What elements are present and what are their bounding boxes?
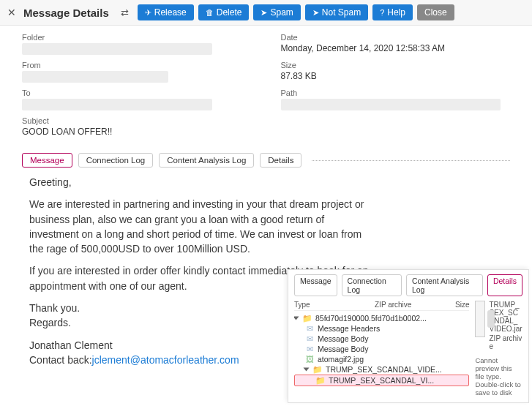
tree-header: Type ZIP archive Size — [294, 301, 469, 311]
dialog-title: Message Details — [23, 7, 109, 19]
close-button[interactable]: Close — [417, 4, 454, 20]
from-value — [22, 71, 168, 83]
tree-item-body2[interactable]: ✉Message Body — [294, 344, 469, 354]
help-button[interactable]: ?Help — [372, 4, 413, 20]
size-label: Size — [281, 61, 511, 69]
folder-label: Folder — [22, 33, 252, 42]
tree-item-zip2-selected[interactable]: 📁TRUMP_SEX_SCANDAL_VI... — [294, 375, 469, 386]
preview-pane: TRUMP_SEX_SCANDAL_VIDEO.jar ZIP archive … — [475, 301, 522, 396]
tree-body2-label: Message Body — [318, 345, 368, 353]
not-spam-label: Not Spam — [322, 7, 361, 18]
chevron-right-icon: ➤ — [312, 8, 319, 18]
meta-block: Folder Date Monday, December 14, 2020 12… — [0, 26, 532, 149]
col-size: Size — [455, 301, 469, 309]
spam-button[interactable]: ➤Spam — [253, 4, 300, 20]
preview-note1: Cannot preview this file type. — [475, 356, 522, 380]
preview-filetype: ZIP archive — [490, 334, 522, 350]
col-type: Type — [294, 301, 375, 309]
dotted-line — [312, 160, 510, 161]
signature-name: Jonathan Clement — [29, 339, 113, 351]
date-label: Date — [281, 33, 511, 42]
dialog-header: ✕ Message Details ⇄ ✈Release 🗑Delete ➤Sp… — [0, 0, 532, 26]
envelope-icon: ✉ — [304, 345, 315, 353]
contact-email-link[interactable]: jclement@atomacforleather.com — [92, 354, 239, 366]
delete-button[interactable]: 🗑Delete — [198, 4, 250, 20]
close-icon[interactable]: ✕ — [7, 7, 16, 18]
path-label: Path — [281, 89, 511, 97]
contact-prefix: Contact back: — [29, 354, 92, 366]
regards-text: Regards. — [29, 317, 71, 328]
tree-image-label: atomagif2.jpg — [318, 355, 364, 364]
chevron-down-icon — [304, 368, 310, 372]
release-button[interactable]: ✈Release — [138, 4, 194, 20]
tree-zip1-label: TRUMP_SEX_SCANDAL_VIDE... — [326, 365, 442, 374]
to-label: To — [22, 89, 252, 97]
tree-zip2-label: TRUMP_SEX_SCANDAL_VI... — [329, 376, 434, 385]
tree-headers-label: Message Headers — [318, 324, 380, 333]
subject-value: GOOD LOAN OFFER!! — [22, 127, 252, 138]
close-label: Close — [424, 7, 447, 18]
thanks-text: Thank you. — [29, 302, 80, 314]
details-tabs: Message Connection Log Content Analysis … — [294, 274, 522, 296]
spam-label: Spam — [270, 7, 293, 18]
swap-icon[interactable]: ⇄ — [121, 7, 129, 18]
tree-item-image[interactable]: 🖼atomagif2.jpg — [294, 354, 469, 364]
tree-item-headers[interactable]: ✉Message Headers — [294, 323, 469, 334]
tree-root[interactable]: 📁85fd70d190000.5fd70d1b0002... — [294, 313, 469, 323]
tree-root-label: 85fd70d190000.5fd70d1b0002... — [315, 314, 427, 323]
tab2-message[interactable]: Message — [294, 274, 337, 296]
col-zip: ZIP archive — [375, 301, 455, 309]
to-value — [22, 99, 212, 110]
image-icon: 🖼 — [304, 355, 315, 364]
help-icon: ? — [380, 8, 384, 17]
folder-icon: 📁 — [302, 314, 312, 323]
chevron-down-icon — [294, 317, 299, 320]
main-tabs: Message Connection Log Content Analysis … — [0, 149, 532, 168]
zip-icon: 📁 — [312, 365, 323, 374]
tab-details[interactable]: Details — [260, 153, 301, 168]
tab-message[interactable]: Message — [22, 153, 72, 168]
chevron-right-icon: ➤ — [261, 8, 267, 18]
tab-connection-log[interactable]: Connection Log — [78, 153, 154, 168]
path-value — [281, 99, 501, 110]
tree-item-zip1[interactable]: 📁TRUMP_SEX_SCANDAL_VIDE... — [294, 364, 469, 375]
from-label: From — [22, 61, 252, 69]
subject-label: Subject — [22, 116, 252, 125]
envelope-icon: ✉ — [304, 334, 315, 343]
greeting: Greeting, — [29, 175, 373, 189]
preview-note2: Double-click to save to disk — [475, 380, 522, 396]
size-value: 87.83 KB — [281, 71, 511, 83]
envelope-icon: ✉ — [304, 324, 315, 333]
date-value: Monday, December 14, 2020 12:58:33 AM — [281, 43, 511, 55]
trash-icon: 🗑 — [206, 8, 214, 17]
preview-thumb — [475, 301, 484, 337]
zip-icon: 📁 — [315, 376, 326, 385]
tab2-connection-log[interactable]: Connection Log — [342, 274, 402, 296]
tree-item-body1[interactable]: ✉Message Body — [294, 334, 469, 344]
details-overlay: Message Connection Log Content Analysis … — [288, 269, 529, 403]
tree-body1-label: Message Body — [318, 334, 368, 343]
tab2-details[interactable]: Details — [487, 274, 522, 296]
body-paragraph-1: We are interested in partnering and inve… — [29, 197, 373, 256]
not-spam-button[interactable]: ➤Not Spam — [305, 4, 368, 20]
details-tree: Type ZIP archive Size 📁85fd70d190000.5fd… — [294, 301, 469, 396]
help-label: Help — [387, 7, 405, 18]
send-icon: ✈ — [145, 8, 151, 18]
tab2-content-analysis-log[interactable]: Content Analysis Log — [406, 274, 483, 296]
release-label: Release — [154, 7, 187, 18]
tab-content-analysis-log[interactable]: Content Analysis Log — [159, 153, 254, 168]
folder-value — [22, 43, 212, 55]
delete-label: Delete — [217, 7, 242, 18]
